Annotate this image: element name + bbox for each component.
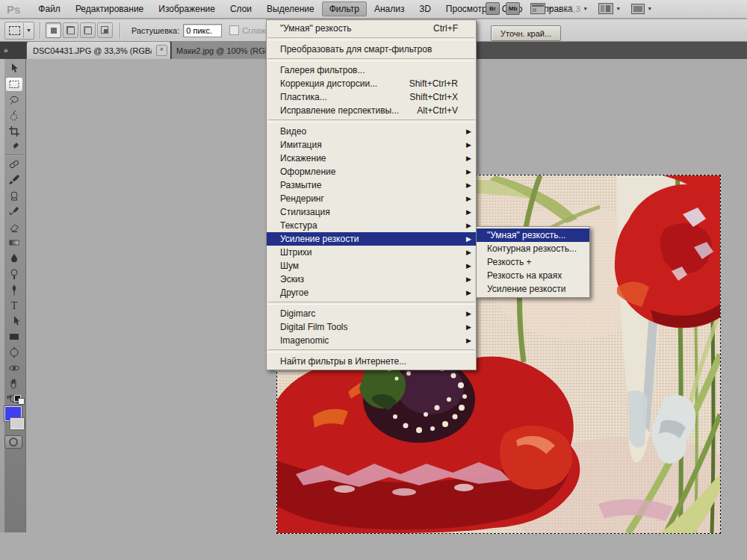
dodge-tool[interactable]: [5, 267, 23, 281]
menu-item-label: Imagenomic: [280, 334, 329, 347]
menu-item-sharpen[interactable]: Усиление резкости ▶: [267, 232, 476, 246]
tab-title: DSC04431.JPG @ 33,3% (RGB/8*) *: [33, 46, 152, 55]
menu-item-other[interactable]: Другое ▶: [267, 286, 476, 299]
menu-image[interactable]: Изображение: [151, 1, 223, 16]
menu-item-label: Рендеринг: [280, 192, 324, 205]
menu-edit[interactable]: Редактирование: [68, 1, 151, 16]
arrange-documents-dropdown[interactable]: ▼: [598, 3, 621, 14]
menu-item-brush-strokes[interactable]: Штрихи ▶: [267, 246, 476, 259]
menu-item-distort[interactable]: Искажение ▶: [267, 152, 476, 165]
menu-filter[interactable]: Фильтр: [322, 1, 367, 16]
type-tool[interactable]: T: [5, 298, 23, 313]
antialias-checkbox[interactable]: [229, 25, 239, 35]
menu-item-label: Искажение: [280, 152, 326, 165]
lasso-tool[interactable]: [5, 93, 23, 108]
submenu-item-unsharp-mask[interactable]: Контурная резкость...: [477, 242, 589, 255]
menu-separator: [267, 302, 475, 305]
history-brush-tool[interactable]: [5, 204, 23, 219]
eraser-tool[interactable]: [5, 220, 23, 234]
swap-colors-icon[interactable]: ⇄: [7, 393, 12, 400]
intersect-selection-button[interactable]: [97, 22, 113, 38]
refine-edge-button[interactable]: Уточн. край...: [491, 25, 561, 41]
tool-preset-picker[interactable]: ▼: [4, 22, 34, 40]
menu-item-pixelate[interactable]: Оформление ▶: [267, 165, 476, 178]
tab-dsc04431[interactable]: DSC04431.JPG @ 33,3% (RGB/8*) * ×: [27, 42, 171, 59]
path-selection-tool[interactable]: [5, 314, 23, 329]
menu-select[interactable]: Выделение: [259, 1, 322, 16]
submenu-arrow-icon: ▶: [466, 334, 471, 347]
mini-bridge-button[interactable]: Mb: [506, 2, 520, 15]
zoom-level-dropdown[interactable]: 33,3 ▼: [563, 4, 588, 13]
menu-item-label: Исправление перспективы...: [280, 104, 399, 117]
pen-tool[interactable]: [5, 282, 23, 297]
feather-input[interactable]: [183, 24, 222, 37]
feather-label: Растушевка:: [131, 26, 179, 35]
menu-item-digimarc[interactable]: Digimarc ▶: [267, 307, 476, 320]
submenu-item-sharpen-edges[interactable]: Резкость на краях: [477, 269, 589, 282]
menu-item-label: Оформление: [280, 165, 335, 178]
move-tool[interactable]: [5, 61, 23, 76]
menu-item-liquify[interactable]: Пластика... Shift+Ctrl+X: [267, 90, 476, 104]
3d-rotate-tool[interactable]: [5, 345, 23, 360]
menu-item-vanishing-point[interactable]: Исправление перспективы... Alt+Ctrl+V: [267, 104, 476, 117]
menu-item-stylize[interactable]: Стилизация ▶: [267, 205, 476, 219]
menu-item-label: Усиление резкости: [280, 232, 359, 246]
gradient-tool[interactable]: [5, 235, 23, 250]
menu-item-render[interactable]: Рендеринг ▶: [267, 192, 476, 205]
view-extras-icon: [530, 3, 545, 14]
menu-item-filter-gallery[interactable]: Галерея фильтров...: [267, 63, 476, 77]
menu-item-imagenomic[interactable]: Imagenomic ▶: [267, 334, 476, 347]
chevron-down-icon: ▼: [647, 6, 652, 11]
menu-3d[interactable]: 3D: [412, 1, 438, 16]
menu-item-label: Эскиз: [280, 273, 304, 286]
eyedropper-tool[interactable]: [5, 140, 23, 155]
menu-item-convert-smart-filters[interactable]: Преобразовать для смарт-фильтров: [267, 43, 476, 56]
default-colors-control[interactable]: ⇄: [7, 393, 23, 404]
crop-tool[interactable]: [5, 124, 23, 139]
menu-layers[interactable]: Слои: [223, 1, 259, 16]
submenu-arrow-icon: ▶: [466, 152, 471, 165]
menu-separator: [267, 37, 475, 40]
quick-selection-tool[interactable]: [5, 108, 23, 123]
background-color-swatch[interactable]: [10, 417, 25, 430]
menu-item-video[interactable]: Видео ▶: [267, 125, 476, 138]
menu-item-texture[interactable]: Текстура ▶: [267, 219, 476, 232]
menu-analysis[interactable]: Анализ: [367, 1, 412, 16]
divider: [5, 155, 23, 155]
menu-item-label: Галерея фильтров...: [280, 63, 365, 77]
menu-item-sketch[interactable]: Эскиз ▶: [267, 273, 476, 286]
menu-file[interactable]: Файл: [31, 1, 68, 16]
menu-item-blur[interactable]: Размытие ▶: [267, 178, 476, 192]
rectangular-marquee-tool[interactable]: [5, 77, 23, 92]
add-to-selection-button[interactable]: [63, 22, 78, 38]
submenu-item-smart-sharpen[interactable]: "Умная" резкость...: [477, 228, 589, 242]
subtract-from-selection-button[interactable]: [80, 22, 96, 38]
screen-mode-dropdown[interactable]: ▼: [631, 4, 652, 14]
view-extras-dropdown[interactable]: ▼: [530, 3, 553, 14]
menu-item-digital-film-tools[interactable]: Digital Film Tools ▶: [267, 320, 476, 334]
new-selection-button[interactable]: [46, 22, 61, 38]
menu-item-lens-correction[interactable]: Коррекция дисторсии... Shift+Ctrl+R: [267, 77, 476, 90]
menu-shortcut: Shift+Ctrl+X: [409, 90, 458, 104]
hand-tool[interactable]: [5, 376, 23, 391]
menu-shortcut: Shift+Ctrl+R: [409, 77, 458, 90]
brush-tool[interactable]: [5, 172, 23, 187]
clone-stamp-tool[interactable]: [5, 188, 23, 203]
menu-item-browse-filters-online[interactable]: Найти фильтры в Интернете...: [267, 355, 476, 368]
menu-item-artistic[interactable]: Имитация ▶: [267, 138, 476, 152]
menu-item-smart-sharpen-repeat[interactable]: "Умная" резкость Ctrl+F: [267, 22, 476, 35]
tab-maki2[interactable]: Маки2.jpg @ 100% (RGB: [172, 42, 271, 59]
spot-healing-tool[interactable]: [5, 157, 23, 172]
divider: [40, 22, 40, 39]
bridge-button[interactable]: Br: [486, 2, 500, 15]
quick-mask-button[interactable]: [4, 435, 22, 449]
3d-orbit-tool[interactable]: [5, 361, 23, 376]
rectangle-shape-tool[interactable]: [5, 329, 23, 344]
close-icon[interactable]: ×: [156, 45, 167, 56]
menu-item-noise[interactable]: Шум ▶: [267, 259, 476, 273]
submenu-item-sharpen-more[interactable]: Усиление резкости: [477, 282, 589, 296]
collapse-panels-button[interactable]: »: [0, 42, 26, 59]
blur-tool[interactable]: [5, 251, 23, 266]
submenu-item-sharpen[interactable]: Резкость +: [477, 255, 589, 269]
menu-shortcut: Ctrl+F: [433, 22, 458, 35]
